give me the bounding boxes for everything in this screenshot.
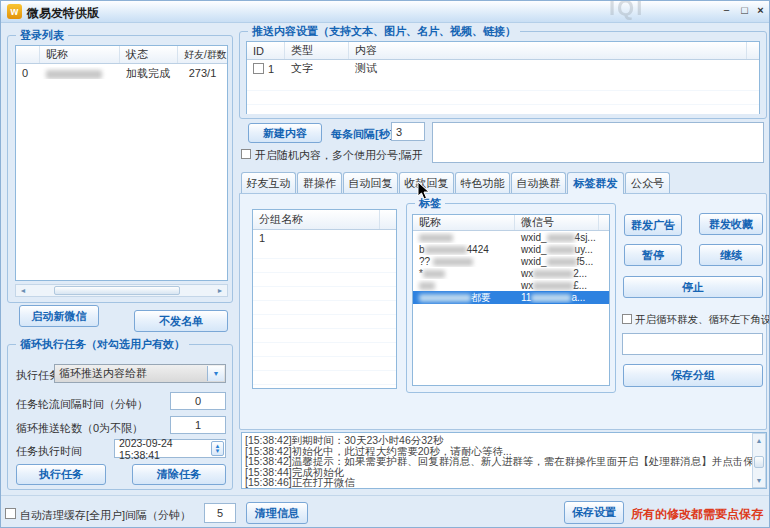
login-col-status: 状态: [120, 46, 178, 63]
tab-auto-switch-group[interactable]: 自动换群: [511, 172, 566, 193]
content-table[interactable]: ID 类型 内容 1 文字 测试: [246, 41, 760, 114]
wxid-fragment: 11: [521, 292, 531, 303]
wxid-fragment: a...: [571, 292, 585, 303]
loop-broadcast-checkbox[interactable]: [622, 314, 632, 324]
content-col-content: 内容: [349, 42, 747, 59]
contact-row[interactable]: wxid_4sj...: [413, 231, 609, 243]
broadcast-ad-button[interactable]: 群发广告: [624, 214, 682, 236]
save-group-button[interactable]: 保存分组: [623, 364, 763, 387]
random-content-label: 开启随机内容，多个使用分号;隔开: [255, 148, 423, 163]
group-name-input[interactable]: [622, 333, 763, 355]
log-vscroll-thumb[interactable]: [754, 456, 764, 468]
cache-interval-input[interactable]: 5: [204, 503, 236, 523]
content-row-id-cell: 1: [247, 63, 285, 75]
task-interval-input[interactable]: 0: [170, 392, 226, 410]
random-content-textarea[interactable]: [432, 122, 764, 163]
close-icon[interactable]: ×: [753, 4, 768, 18]
wxid-fragment: wxid_: [521, 256, 547, 267]
contact-row[interactable]: b4424 wxid_uy...: [413, 243, 609, 255]
clear-task-button[interactable]: 清除任务: [132, 464, 226, 485]
wxid-fragment: wxid_: [521, 244, 547, 255]
redacted-blur: [533, 282, 573, 290]
contact-row[interactable]: * wx2...: [413, 267, 609, 279]
datetime-spinner-icon[interactable]: ▲▼: [211, 441, 224, 456]
content-row-checkbox[interactable]: [253, 63, 264, 74]
random-content-checkbox[interactable]: [241, 149, 251, 159]
login-row-counts: 273/1: [178, 67, 227, 79]
minimize-icon[interactable]: −: [719, 4, 734, 18]
pause-button[interactable]: 暂停: [624, 244, 682, 266]
contact-row-selected[interactable]: 都要 11a...: [413, 291, 609, 304]
scroll-right-icon[interactable]: ►: [215, 285, 225, 296]
per-item-interval-input[interactable]: 3: [391, 122, 425, 141]
task-time-input[interactable]: 2023-09-24 15:38:41 ▲▼: [114, 439, 226, 458]
login-table[interactable]: 昵称 状态 好友/群数 0 加载完成 273/1: [15, 45, 228, 281]
nick-fragment: 4424: [467, 244, 489, 255]
group-name-table[interactable]: 分组名称 1: [252, 209, 397, 389]
wxid-fragment: 2...: [573, 268, 587, 279]
title-bar: IQI w 微易发特供版 − □ ×: [1, 1, 769, 23]
tab-tag-broadcast[interactable]: 标签群发: [567, 172, 624, 194]
execute-task-button[interactable]: 执行任务: [16, 464, 106, 485]
wxid-fragment: 4sj...: [575, 232, 596, 243]
tab-auto-reply[interactable]: 自动回复: [343, 172, 398, 193]
tab-special-features[interactable]: 特色功能: [455, 172, 510, 193]
login-row-nickname: [40, 67, 120, 79]
task-time-label: 任务执行时间: [16, 444, 82, 459]
contacts-table[interactable]: 昵称 微信号 wxid_4sj... b4424 wxid_uy... ?? w…: [412, 214, 610, 386]
contacts-col-end: [599, 215, 609, 230]
tag-group: 标签 昵称 微信号 wxid_4sj... b4424 wxid_uy... ?…: [406, 203, 616, 393]
save-settings-button[interactable]: 保存设置: [564, 501, 624, 524]
chevron-down-icon[interactable]: ▼: [207, 366, 224, 381]
group-name-col-end: [380, 210, 396, 229]
task-select[interactable]: 循环推送内容给群 ▼: [54, 364, 226, 383]
log-vscrollbar[interactable]: ▲ ▼: [752, 433, 766, 488]
redacted-blur: [419, 282, 435, 290]
group-name-header: 分组名称: [253, 210, 396, 230]
login-col-nickname: 昵称: [40, 46, 120, 63]
content-row[interactable]: 1 文字 测试: [247, 60, 759, 77]
redacted-nickname-blur: [46, 70, 102, 79]
wxid-fragment: wx: [521, 268, 533, 279]
redacted-blur: [425, 246, 467, 254]
scroll-down-icon[interactable]: ▼: [753, 475, 765, 486]
resume-button[interactable]: 继续: [699, 244, 763, 266]
nick-fragment: b: [419, 244, 425, 255]
scroll-up-icon[interactable]: ▲: [753, 435, 765, 446]
redacted-blur: [419, 234, 453, 242]
per-item-interval-label: 每条间隔[秒]: [331, 127, 393, 142]
contacts-col-nickname: 昵称: [413, 215, 515, 230]
broadcast-fav-button[interactable]: 群发收藏: [699, 213, 763, 235]
wxid-fragment: £...: [573, 280, 587, 291]
redacted-blur: [419, 294, 471, 302]
login-row[interactable]: 0 加载完成 273/1: [16, 64, 227, 82]
contact-row[interactable]: wx£...: [413, 279, 609, 291]
loop-broadcast-label: 开启循环群发、循环左下角设置: [635, 313, 770, 327]
login-hscroll-thumb[interactable]: [54, 286, 180, 295]
scroll-left-icon[interactable]: ◄: [18, 285, 28, 296]
tab-friend-interact[interactable]: 好友互动: [241, 172, 296, 193]
tab-group-ops[interactable]: 群操作: [297, 172, 342, 193]
loop-task-title: 循环执行任务（对勾选用户有效）: [16, 337, 189, 352]
wxid-fragment: f5...: [577, 256, 594, 267]
nick-fragment: ??: [419, 256, 430, 267]
no-send-list-button[interactable]: 不发名单: [134, 310, 228, 332]
stop-button[interactable]: 停止: [623, 276, 763, 298]
content-table-empty-rows: [247, 77, 759, 114]
group-name-row[interactable]: 1: [253, 230, 396, 245]
auto-clean-cache-checkbox[interactable]: [5, 508, 16, 519]
task-rounds-input[interactable]: 1: [170, 416, 226, 434]
task-rounds-value: 1: [195, 419, 201, 431]
content-col-type: 类型: [285, 42, 349, 59]
content-col-end: [747, 42, 759, 59]
new-content-button[interactable]: 新建内容: [248, 123, 322, 143]
tab-official-account[interactable]: 公众号: [625, 172, 670, 193]
maximize-icon[interactable]: □: [737, 4, 752, 18]
auto-clean-cache-label: 自动清理缓存[全用户]: [20, 508, 125, 523]
tag-broadcast-panel: 分组名称 1 标签 昵称 微信号 wxid_4sj...: [239, 193, 767, 430]
redacted-blur: [547, 234, 575, 242]
contact-row[interactable]: ?? wxid_f5...: [413, 255, 609, 267]
clear-info-button[interactable]: 清理信息: [246, 502, 308, 524]
start-new-wechat-button[interactable]: 启动新微信: [19, 305, 99, 327]
login-hscrollbar[interactable]: ◄ ►: [15, 284, 228, 297]
